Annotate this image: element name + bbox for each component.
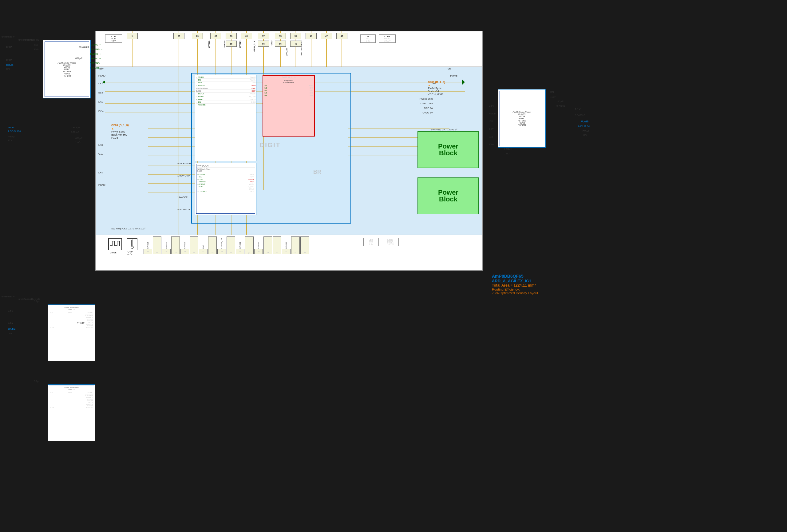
clock-label: Clock <box>110 251 116 254</box>
cap2-1m: 1mΩ <box>75 141 81 144</box>
otp-label: OTP <box>128 250 132 253</box>
gpio-b-pin33: 33 <box>300 236 309 254</box>
br-logo: BR <box>313 169 321 175</box>
left-pwm-drmos: DrMOS <box>63 64 70 66</box>
right-lx2-label: LX2 <box>489 120 493 123</box>
otp-symbol <box>127 238 137 250</box>
gpio-b-gpio11: GPIO11 18 <box>162 236 171 254</box>
central-ic-block: → VINFBPWM0 → ENPWM1 → VFBCFP → ISENSEGo… <box>191 73 351 224</box>
left-pwm-title-line1: PWM Single-Phase <box>58 62 76 64</box>
c860-block: C860 (B_1_2) PWM Single-PhaseDrMOS → VIN… <box>195 163 256 215</box>
right-pvin6-val: 12V <box>582 134 587 136</box>
left-vin-0v9: 0.9V <box>6 45 12 48</box>
c200-type: PWM Sync <box>428 87 445 90</box>
ldo-br1-name: LDO <box>364 239 378 241</box>
gpio-pin-48b: 48 <box>290 41 301 47</box>
c200-net: VCCH_GXE <box>428 93 445 96</box>
right-lx1-label: LX1 <box>489 135 493 138</box>
gpio-pin-23: 23 <box>192 33 203 39</box>
ldo-bottom-right1: LDO 3V3 3.3V <box>363 238 379 246</box>
gpio-b-gpio13: GPIO13 16 <box>144 236 152 254</box>
left-pwm-psisns-label: PSISNS → <box>90 48 103 51</box>
right-141uf: 141µF <box>556 100 563 103</box>
clock-symbol <box>108 238 122 250</box>
vout3-label: Vout3 <box>8 126 15 129</box>
c860-type: PWM Single-PhaseDrMOS <box>196 168 255 172</box>
c200-label: C200 (B_1_2) ▲ PWM Sync Buck VM VCCH_GXE <box>428 81 445 96</box>
vout3-spec: 1.8V @ 10A <box>8 130 21 132</box>
gpio-b-pin30: 30 <box>273 236 281 254</box>
power-block-1-label2: Block <box>439 150 458 156</box>
routing-label: Routing Efficiency: <box>492 288 538 291</box>
c220-subtype: Buck VM HC <box>111 133 129 136</box>
gpio-label-gpio30: GPIO30 <box>224 41 226 48</box>
gpio-b-gpio10: GPIO10 20 <box>180 236 189 254</box>
right-pwm-title-1: PWM Single-Phase <box>512 111 531 113</box>
c220-type: PWM Sync <box>111 130 129 133</box>
ldo-name: LDO <box>106 35 121 38</box>
schematic-area: 1 69 23 GPIO31 60 GPIO30 68 65 GPIO24 69… <box>95 31 483 271</box>
pwm-twophase-block: → VINFBPWM0 → ENPWM1 → VFBCFP → ISENSEGo… <box>195 75 256 161</box>
c220-id: C220 (B_1_3) <box>111 124 129 127</box>
left-pwm-pstsns-label: PSTSNS → <box>90 62 103 65</box>
gpio-b-pin17: 17 <box>153 236 162 254</box>
c220-uvlo: 4.5V UVLO <box>177 208 190 211</box>
gpio-b-pin27: 27 <box>245 236 254 254</box>
gpio-b-pin19: 19 <box>171 236 180 254</box>
left-pwm-pwmc-label: PWMC → <box>90 52 101 55</box>
digi-logo: DIGIT <box>259 141 281 149</box>
gpio-label-gpio31: GPIO31 <box>208 41 210 48</box>
gpio-bottom-pins: GPIO13 16 17 GPIO11 18 19 GPIO10 20 21 <box>144 236 309 254</box>
ldo-param2: 4.5V <box>106 40 121 42</box>
net-lx1-left: LX1 <box>98 101 103 103</box>
ldo-r2-p2: 0.000V <box>380 40 395 42</box>
gpio-top-area: 1 69 23 GPIO31 60 GPIO30 68 65 GPIO24 69… <box>96 31 482 67</box>
gpio-b-gnd: GND 22 <box>199 236 208 254</box>
right-pgnd-label: PGND <box>489 112 496 115</box>
left-pwm3-inner: PWM Two-PhaseDrMOS SWPVinDCMC PSISNS1 PW… <box>49 386 94 440</box>
net-lx4-left: LX4 <box>98 171 103 174</box>
left-pwm2-inner: PWM Two-PhaseDrMOS SWPVinDCMC PSISNS0 PW… <box>49 306 94 360</box>
gpio-b-gpio00: GPIO00 31 <box>282 236 291 254</box>
c420-pins: ONDONE IN1EN1 IN2EN2 IN3EN3 IN4EN4 <box>263 84 314 97</box>
gpio-pin-55: 55 <box>275 33 286 39</box>
gpio-pin-47: 47 <box>321 33 332 39</box>
ldo-r1-p2: 1.2V <box>361 40 375 42</box>
left-pwm-sw-label: SW <box>34 43 38 46</box>
ldo-br1-p2: 3.3V <box>364 243 378 246</box>
cap1-620: 620µF <box>75 137 82 140</box>
total-area: Total Area ≈ 1224.11 mm² <box>492 283 538 288</box>
right-pwm-inner: PWM Single-Phase DrMOS VCCH IREFC PSTSNS… <box>499 91 544 146</box>
c200-ovp: OVP 1.21V <box>421 102 433 105</box>
left-pwm3-title: PWM Two-PhaseDrMOS <box>49 386 94 391</box>
net-pvinfb-right: PVinfb <box>450 75 458 77</box>
c200-sw-freq: SW Freq: CK7 1 MHz 0° <box>431 128 458 131</box>
right-bst-label: BST <box>489 128 494 130</box>
gpio-pin-51: 51 <box>290 33 301 39</box>
ic-main-area: Vdrv PGND LX2 BST LX1 PVin LX3 Vdrv LX4 … <box>96 67 482 235</box>
left-pin5: pln.5Ω <box>8 327 15 330</box>
c220-label: C220 (B_1_3) ▲ PWM Sync Buck VM HC P1V8 <box>111 124 129 139</box>
c420-title: C420 (B_1_1) <box>263 76 314 79</box>
left-res2-b: undefined kΩ <box>25 298 40 300</box>
ldo-br2-name: LDOb <box>383 239 398 241</box>
ldo-bottom-right2: LDOb PROG 0.000V <box>382 238 399 246</box>
c220-warning: ▲ <box>111 127 114 130</box>
gpio-b-pin21: 21 <box>190 236 198 254</box>
gpio-pin-57: 57 <box>258 33 269 39</box>
gpio-label-gpio24: GPIO24 <box>239 41 241 48</box>
net-bst-left: BST <box>98 91 103 94</box>
gpio-pin-69b: 69 <box>241 33 252 39</box>
left-pin29: pln.29 <box>6 63 13 66</box>
gpio-label-gpio34: GPIO34 <box>300 48 302 56</box>
right-7mohm: 7mΩ <box>504 152 509 155</box>
ldo-top-left: LDO VDD 4.5V <box>105 35 122 43</box>
chip-name: AmP8DB6QF65 <box>492 274 538 279</box>
c200-id: C200 (B_1_2) <box>428 81 445 84</box>
gpio-pin-68: 68 <box>226 33 237 39</box>
power-block-2-label2: Block <box>439 196 458 203</box>
gpio-pin-56: 56 <box>275 41 286 47</box>
net-vfb-right: Vfb <box>448 67 451 70</box>
c220-net: P1V8 <box>111 136 129 139</box>
left-cap-4400: 4400µF <box>77 321 85 324</box>
